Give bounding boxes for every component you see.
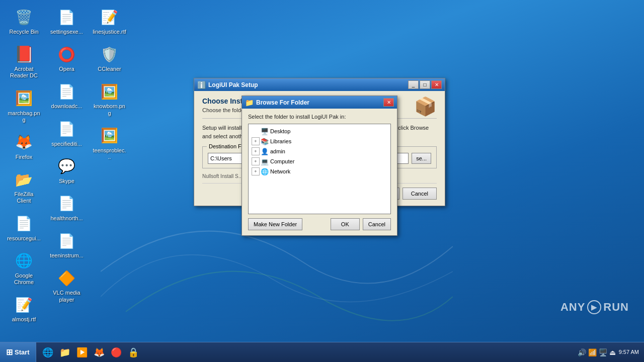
taskbar-explorer-icon[interactable]: 📁 [57,345,72,360]
desktop-icon-settingsexe[interactable]: 📄 settingsexe... [48,5,86,37]
desktop-icon-knowborn[interactable]: 🖼️ knowborn.png [91,79,128,118]
tree-label-desktop: Desktop [270,128,290,134]
taskbar-alert-icon[interactable]: 🔴 [109,345,124,360]
start-button[interactable]: ⊞ Start [0,342,36,362]
start-label: Start [15,348,30,356]
desktop-icon-acrobat[interactable]: 📕 Acrobat Reader DC [5,42,43,81]
desktop-icon-skype[interactable]: 💬 Skype [48,154,86,187]
almostj-icon: 📝 [14,295,34,315]
desktop-icon-chrome[interactable]: 🌐 Google Chrome [5,249,43,288]
tree-item-desktop[interactable]: 🖥️ Desktop [251,126,388,136]
linesjustice-label: linesjustice.rtf [93,29,126,35]
teensprob-label: teensproblec... [93,147,126,160]
browse-titlebar: 📁 Browse For Folder ✕ [242,96,397,109]
tree-icon-network: 🌐 [261,167,269,175]
vlc-label: VLC media player [50,290,84,303]
opera-label: Opera [59,66,74,72]
desktop-icon-linesjustice[interactable]: 📝 linesjustice.rtf [91,5,128,37]
tree-item-computer[interactable]: + 💻 Computer [251,156,388,166]
tree-label-computer: Computer [270,158,294,164]
desktop-icon-recycle-bin[interactable]: 🗑️ Recycle Bin [5,5,43,37]
browse-ok-button[interactable]: OK [331,218,360,230]
browse-close-button[interactable]: ✕ [383,98,394,107]
system-clock: 9:57 AM [619,348,639,356]
desktop-icon-teensprob[interactable]: 🖼️ teensproblec... [91,124,128,162]
make-new-folder-button[interactable]: Make New Folder [248,218,302,230]
tree-icon-desktop: 🖥️ [261,127,269,135]
desktop-icon-resourcegui[interactable]: 📄 resourcegui... [5,212,43,244]
tree-label-libraries: Libraries [270,138,291,144]
setup-maximize-button[interactable]: □ [420,80,430,89]
taskbar-right: 🔊 📶 🖥️ ⏏ 9:57 AM [573,348,644,356]
tree-expand-admin[interactable]: + [252,147,260,155]
taskbar-firefox-taskbar-icon[interactable]: 🦊 [92,345,107,360]
anyrun-watermark: ANY ▶ RUN [560,300,629,314]
desktop-icon-filezilla[interactable]: 📂 FileZilla Client [5,167,43,206]
vlc-icon: 🔶 [57,268,77,288]
tree-item-libraries[interactable]: + 📚 Libraries [251,136,388,146]
browse-titlebar-controls: ✕ [383,98,394,107]
taskbar-security-icon[interactable]: 🔒 [126,345,141,360]
desktop-icon-vlc[interactable]: 🔶 VLC media player [48,266,86,305]
tree-expand-computer[interactable]: + [252,157,260,165]
acrobat-icon: 📕 [14,44,34,64]
taskbar: ⊞ Start 🌐 📁 ▶️ 🦊 🔴 🔒 🔊 📶 🖥️ ⏏ 9:57 AM [0,342,644,362]
browse-dialog: 📁 Browse For Folder ✕ Select the folder … [242,96,397,236]
desktop-icon-teeninstrum[interactable]: 📄 teeninstrum... [48,229,86,261]
filezilla-label: FileZilla Client [7,191,41,204]
desktop-icon-firefox[interactable]: 🦊 Firefox [5,130,43,162]
browse-button[interactable]: se... [412,153,431,164]
tree-item-admin[interactable]: + 👤 admin [251,146,388,156]
healthnorth-icon: 📄 [57,194,77,214]
tree-icon-libraries: 📚 [261,137,269,145]
knowborn-label: knowborn.png [93,103,126,116]
chrome-label: Google Chrome [7,273,41,286]
setup-cancel-button[interactable]: Cancel [403,188,437,200]
tree-icon-computer: 💻 [261,157,269,165]
almostj-label: almostj.rtf [12,316,36,323]
anyrun-text-any: ANY [560,301,585,314]
desktop-icon-marchbag[interactable]: 🖼️ marchbag.png [5,86,43,125]
downloadc-label: downloadc... [51,103,83,110]
desktop-icon-almostj[interactable]: 📝 almostj.rtf [5,293,43,325]
taskbar-ie-icon[interactable]: 🌐 [40,345,55,360]
setup-close-button[interactable]: ✕ [431,80,442,89]
tree-label-admin: admin [270,148,285,154]
resourcegui-icon: 📄 [14,214,34,234]
browse-ok-cancel-group: OK Cancel [331,218,391,230]
ccleaner-label: CCleaner [98,66,121,72]
filezilla-icon: 📂 [14,169,34,190]
tree-expand-libraries[interactable]: + [252,137,260,145]
teensprob-icon: 🖼️ [100,126,120,146]
taskbar-tray-icons: 🔊 📶 🖥️ ⏏ [578,348,616,356]
desktop-icon-specifiedit[interactable]: 📄 specifiediti... [48,117,86,149]
anyrun-play-icon: ▶ [587,300,601,314]
setup-minimize-button[interactable]: _ [408,80,419,89]
taskbar-wmp-icon[interactable]: ▶️ [74,345,90,360]
tree-label-network: Network [270,168,290,174]
desktop-icons-container: 🗑️ Recycle Bin 📕 Acrobat Reader DC 🖼️ ma… [0,0,123,342]
skype-label: Skype [59,178,74,185]
desktop-icon-downloadc[interactable]: 📄 downloadc... [48,79,86,112]
setup-wizard-icon: 📦 [414,96,437,117]
browse-instruction: Select the folder to install LogiUI Pak … [248,114,391,120]
opera-icon: ⭕ [57,44,77,64]
tree-item-network[interactable]: + 🌐 Network [251,166,388,176]
setup-titlebar-controls: _ □ ✕ [408,80,442,89]
teeninstrum-icon: 📄 [57,231,77,251]
ccleaner-icon: 🛡️ [100,44,120,64]
healthnorth-label: healthnorth... [50,215,83,222]
browse-title: Browse For Folder [256,99,309,106]
windows-orb-icon: ⊞ [6,347,13,357]
marchbag-icon: 🖼️ [14,88,34,109]
desktop-icon-ccleaner[interactable]: 🛡️ CCleaner [91,42,128,74]
firefox-icon: 🦊 [14,132,34,152]
knowborn-icon: 🖼️ [100,81,120,102]
browse-cancel-button[interactable]: Cancel [363,218,391,230]
tree-expand-network[interactable]: + [252,167,260,175]
tray-display-icon: 🖥️ [599,348,607,356]
tray-network-icon: 🔊 [578,348,586,356]
desktop-icon-healthnorth[interactable]: 📄 healthnorth... [48,192,86,224]
browse-tree[interactable]: 🖥️ Desktop + 📚 Libraries + 👤 admin + [248,124,391,214]
desktop-icon-opera[interactable]: ⭕ Opera [48,42,86,74]
